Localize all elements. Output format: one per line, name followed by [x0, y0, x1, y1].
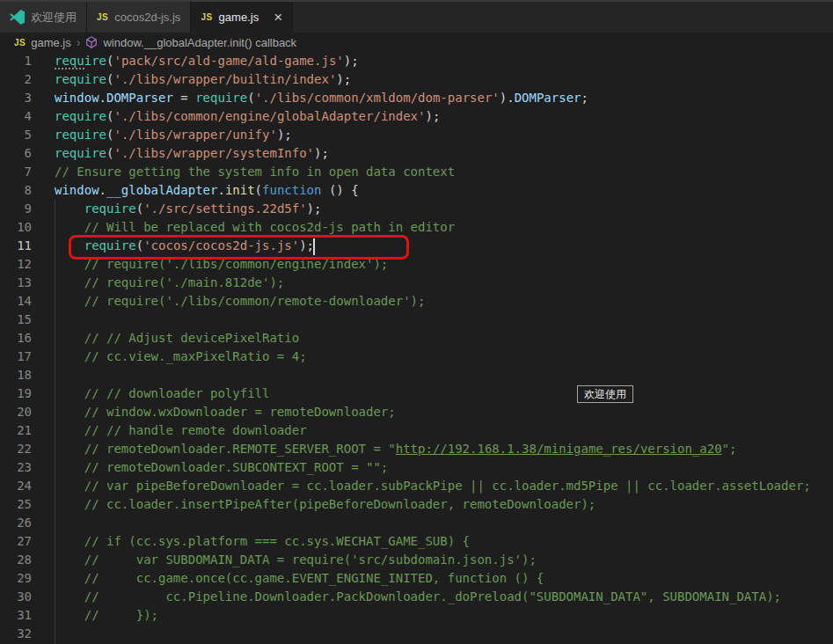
code-line-4[interactable]: 4require('./libs/common/engine/globalAda… [0, 107, 833, 126]
code-line-10[interactable]: 10 // Will be replaced with cocos2d-js p… [0, 218, 833, 237]
line-number[interactable]: 24 [0, 477, 32, 495]
line-number[interactable]: 6 [0, 144, 32, 163]
line-number[interactable]: 14 [0, 292, 32, 311]
line-number[interactable]: 1 [0, 52, 32, 70]
line-number[interactable]: 4 [0, 107, 32, 126]
code-text[interactable]: // Will be replaced with cocos2d-js path… [55, 218, 455, 237]
code-line-20[interactable]: 20 // window.wxDownloader = remoteDownlo… [0, 403, 833, 421]
line-number[interactable]: 23 [0, 458, 32, 477]
code-line-3[interactable]: 3window.DOMParser = require('./libs/comm… [0, 89, 833, 107]
code-line-11[interactable]: 11 require('cocos/cocos2d-js.js'); [0, 237, 833, 255]
code-line-9[interactable]: 9 require('./src/settings.22d5f'); [0, 200, 833, 218]
line-number[interactable]: 29 [0, 569, 32, 588]
line-number[interactable]: 10 [0, 218, 32, 237]
line-number[interactable]: 9 [0, 200, 32, 218]
line-number[interactable]: 28 [0, 551, 32, 569]
code-line-6[interactable]: 6require('./libs/wrapper/systemInfo'); [0, 144, 833, 163]
code-text[interactable]: require('./libs/wrapper/systemInfo'); [55, 144, 329, 163]
tab-game.js[interactable]: JSgame.js× [191, 2, 293, 33]
line-number[interactable]: 5 [0, 126, 32, 144]
code-text[interactable]: require('./libs/common/engine/globalAdap… [55, 107, 440, 126]
code-line-22[interactable]: 22 // remoteDownloader.REMOTE_SERVER_ROO… [0, 440, 833, 458]
code-text[interactable]: window.DOMParser = require('./libs/commo… [55, 89, 588, 107]
code-text[interactable]: // require('./main.812de'); [55, 274, 284, 292]
line-number[interactable]: 16 [0, 329, 32, 348]
line-number[interactable]: 8 [0, 181, 32, 200]
line-number[interactable]: 21 [0, 421, 32, 440]
code-line-24[interactable]: 24 // var pipeBeforeDownloader = cc.load… [0, 477, 833, 495]
code-text[interactable]: require('cocos/cocos2d-js.js'); [55, 237, 314, 255]
code-text[interactable]: // cc.view._maxPixelRatio = 4; [55, 348, 307, 366]
line-number[interactable]: 32 [0, 625, 32, 643]
code-line-21[interactable]: 21 // // handle remote downloader [0, 421, 833, 440]
breadcrumb-symbol[interactable]: window.__globalAdapter.init() callback [103, 36, 296, 49]
code-line-8[interactable]: 8window.__globalAdapter.init(function ()… [0, 181, 833, 200]
code-text[interactable]: // Ensure getting the system info in ope… [55, 163, 455, 181]
code-text[interactable]: // // downloader polyfill [55, 384, 269, 403]
code-text[interactable]: // remoteDownloader.REMOTE_SERVER_ROOT =… [55, 440, 736, 458]
close-tab-icon[interactable]: × [274, 10, 282, 25]
code-text[interactable]: // var pipeBeforeDownloader = cc.loader.… [55, 477, 811, 495]
tab-label: game.js [219, 11, 259, 24]
code-text[interactable]: // // handle remote downloader [55, 421, 307, 440]
tab-欢迎使用[interactable]: 欢迎使用 [0, 2, 87, 33]
line-number[interactable]: 20 [0, 403, 32, 421]
code-line-18[interactable]: 18 [0, 366, 833, 384]
code-text[interactable]: // window.wxDownloader = remoteDownloade… [55, 403, 396, 421]
tab-cocos2d-js.js[interactable]: JScocos2d-js.js [87, 2, 191, 33]
code-line-7[interactable]: 7// Ensure getting the system info in op… [0, 163, 833, 181]
code-editor[interactable]: 1require('pack/src/ald-game/ald-game.js'… [0, 52, 833, 644]
line-number[interactable]: 12 [0, 255, 32, 274]
code-text[interactable]: // // Adjust devicePixelRatio [55, 329, 299, 348]
code-text[interactable]: require('./libs/wrapper/unify'); [55, 126, 292, 144]
line-number[interactable]: 15 [0, 311, 32, 329]
code-line-27[interactable]: 27 // if (cc.sys.platform === cc.sys.WEC… [0, 532, 833, 551]
line-number[interactable]: 30 [0, 588, 32, 606]
code-text[interactable]: // cc.game.once(cc.game.EVENT_ENGINE_INI… [55, 569, 544, 588]
code-text[interactable]: require('./libs/wrapper/builtin/index'); [55, 70, 351, 89]
code-line-19[interactable]: 19 // // downloader polyfill [0, 384, 833, 403]
code-line-5[interactable]: 5require('./libs/wrapper/unify'); [0, 126, 833, 144]
code-text[interactable]: // cc.loader.insertPipeAfter(pipeBeforeD… [55, 495, 596, 514]
code-text[interactable]: // require('./libs/common/remote-downloa… [55, 292, 425, 311]
code-text[interactable]: // remoteDownloader.SUBCONTEXT_ROOT = ""… [55, 458, 388, 477]
line-number[interactable]: 19 [0, 384, 32, 403]
code-text[interactable]: require('pack/src/ald-game/ald-game.js')… [55, 52, 359, 70]
line-number[interactable]: 25 [0, 495, 32, 514]
code-text[interactable]: // if (cc.sys.platform === cc.sys.WECHAT… [55, 532, 470, 551]
code-line-1[interactable]: 1require('pack/src/ald-game/ald-game.js'… [0, 52, 833, 70]
code-line-25[interactable]: 25 // cc.loader.insertPipeAfter(pipeBefo… [0, 495, 833, 514]
code-line-31[interactable]: 31 // }); [0, 606, 833, 625]
code-line-15[interactable]: 15 [0, 311, 833, 329]
line-number[interactable]: 27 [0, 532, 32, 551]
code-line-2[interactable]: 2require('./libs/wrapper/builtin/index')… [0, 70, 833, 89]
code-line-29[interactable]: 29 // cc.game.once(cc.game.EVENT_ENGINE_… [0, 569, 833, 588]
code-text[interactable]: // }); [55, 606, 158, 625]
code-line-32[interactable]: 32 [0, 625, 833, 643]
line-number[interactable]: 2 [0, 70, 32, 89]
line-number[interactable]: 13 [0, 274, 32, 292]
line-number[interactable]: 7 [0, 163, 32, 181]
code-text[interactable]: require('./src/settings.22d5f'); [55, 200, 321, 218]
code-line-13[interactable]: 13 // require('./main.812de'); [0, 274, 833, 292]
breadcrumb-file[interactable]: game.js [31, 36, 71, 49]
code-text[interactable]: window.__globalAdapter.init(function () … [55, 181, 359, 200]
code-line-26[interactable]: 26 [0, 514, 833, 532]
code-line-17[interactable]: 17 // cc.view._maxPixelRatio = 4; [0, 348, 833, 366]
code-line-16[interactable]: 16 // // Adjust devicePixelRatio [0, 329, 833, 348]
line-number[interactable]: 3 [0, 89, 32, 107]
code-line-28[interactable]: 28 // var SUBDOMAIN_DATA = require('src/… [0, 551, 833, 569]
line-number[interactable]: 31 [0, 606, 32, 625]
line-number[interactable]: 22 [0, 440, 32, 458]
code-text[interactable]: // var SUBDOMAIN_DATA = require('src/sub… [55, 551, 537, 569]
code-line-30[interactable]: 30 // cc.Pipeline.Downloader.PackDownloa… [0, 588, 833, 606]
line-number[interactable]: 17 [0, 348, 32, 366]
line-number[interactable]: 26 [0, 514, 32, 532]
code-text[interactable]: // require('./libs/common/engine/index')… [55, 255, 388, 274]
line-number[interactable]: 11 [0, 237, 32, 255]
code-text[interactable]: // cc.Pipeline.Downloader.PackDownloader… [55, 588, 781, 606]
line-number[interactable]: 18 [0, 366, 32, 384]
code-line-23[interactable]: 23 // remoteDownloader.SUBCONTEXT_ROOT =… [0, 458, 833, 477]
code-line-12[interactable]: 12 // require('./libs/common/engine/inde… [0, 255, 833, 274]
code-line-14[interactable]: 14 // require('./libs/common/remote-down… [0, 292, 833, 311]
